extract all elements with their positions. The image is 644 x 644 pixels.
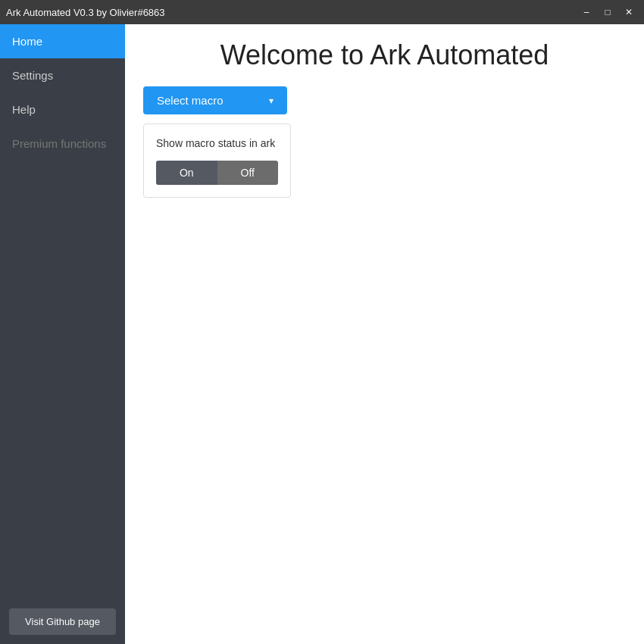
content-area: Welcome to Ark Automated Select macro ▾ … (125, 24, 644, 644)
toggle-on-button[interactable]: On (156, 161, 217, 185)
select-macro-button[interactable]: Select macro ▾ (143, 86, 287, 114)
page-title: Welcome to Ark Automated (143, 39, 626, 71)
sidebar-nav: Home Settings Help Premium functions (0, 24, 125, 599)
macro-toggle-group: On Off (156, 161, 278, 185)
sidebar-item-home[interactable]: Home (0, 24, 125, 58)
main-layout: Home Settings Help Premium functions Vis… (0, 24, 644, 644)
sidebar-item-help-label: Help (12, 103, 36, 116)
minimize-button[interactable]: – (577, 5, 596, 20)
visit-github-button[interactable]: Visit Github page (9, 608, 116, 635)
maximize-button[interactable]: □ (599, 5, 617, 20)
select-macro-label: Select macro (157, 94, 224, 107)
titlebar-title: Ark Automated V0.3 by Olivier#6863 (6, 7, 165, 18)
sidebar-item-premium-label: Premium functions (12, 137, 106, 150)
macro-status-card: Show macro status in ark On Off (143, 123, 291, 198)
sidebar-item-home-label: Home (12, 35, 42, 48)
sidebar: Home Settings Help Premium functions Vis… (0, 24, 125, 644)
dropdown-arrow-icon: ▾ (269, 95, 274, 106)
sidebar-item-settings[interactable]: Settings (0, 58, 125, 92)
macro-card-label: Show macro status in ark (156, 136, 278, 152)
titlebar-controls: – □ ✕ (577, 5, 638, 20)
sidebar-item-premium: Premium functions (0, 127, 125, 161)
sidebar-footer: Visit Github page (0, 599, 125, 644)
close-button[interactable]: ✕ (620, 5, 638, 20)
sidebar-item-help[interactable]: Help (0, 92, 125, 127)
toggle-off-button[interactable]: Off (217, 161, 279, 185)
titlebar: Ark Automated V0.3 by Olivier#6863 – □ ✕ (0, 0, 644, 24)
sidebar-item-settings-label: Settings (12, 69, 53, 82)
